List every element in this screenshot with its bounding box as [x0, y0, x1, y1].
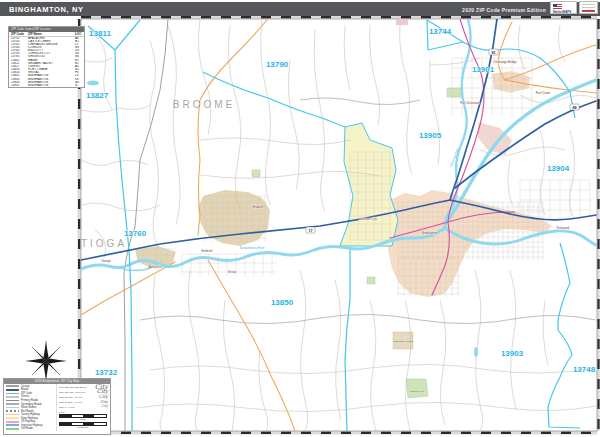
edition-badge: [579, 1, 598, 14]
map-legend: 2020 Binghamton, NY City Map CountyRoads…: [3, 378, 111, 435]
logo-text: MarketMAPS: [553, 10, 571, 14]
town-label: Port Dickinson: [460, 101, 480, 105]
legend-item: Toll Roads: [6, 427, 56, 431]
page-title: BINGHAMTON, NY: [9, 5, 84, 14]
zip-label: 13905: [419, 131, 442, 140]
county-label-tioga: TIOGA: [81, 238, 127, 249]
route-shield-88: 88: [570, 104, 579, 110]
zip-label: 13904: [547, 164, 570, 173]
zip-index-table: ZIP Code Index/ZIP Locator ZIP Code ZIP …: [8, 26, 85, 88]
edition-label: 2020 ZIP Code Premium Edition: [462, 7, 546, 13]
zip-label: 13901: [472, 65, 495, 74]
town-label: Owego: [101, 259, 111, 263]
map-product-page: { "header": { "title": "BINGHAMTON, NY",…: [0, 0, 600, 437]
compass-rose-icon: [24, 339, 68, 383]
town-label: Apalachin: [148, 265, 162, 269]
zip-label: 13850: [271, 298, 294, 307]
zip-label: 13903: [501, 349, 524, 358]
lake: [87, 81, 99, 86]
zip-row: 13905BINGHAMTONI4: [9, 84, 84, 87]
pond: [474, 347, 478, 357]
park-ross: [406, 379, 428, 398]
zip-label: 13732: [95, 368, 118, 377]
county-label-broome: BROOME: [173, 99, 235, 110]
map-canvas: 17 81 88 BROOME TIOGA 13811 13827 13790 …: [0, 0, 600, 437]
svg-text:81: 81: [491, 51, 495, 55]
town-label: Chenango Bridge: [493, 60, 517, 64]
zone-pink-top: [396, 19, 408, 25]
zip-label: 13744: [429, 27, 452, 36]
svg-text:88: 88: [572, 106, 576, 110]
town-label: Endicott: [202, 249, 213, 253]
zip-label: 13760: [124, 229, 147, 238]
town-label: Port Crane: [536, 91, 551, 95]
zip-label: 13811: [89, 29, 111, 38]
route-shield-81: 81: [489, 49, 498, 55]
town-label: Johnson City: [359, 217, 377, 221]
svg-text:17: 17: [308, 229, 312, 233]
legend-population: Pop. 250,000 and aboveCityPop. 100,000 -…: [56, 384, 110, 431]
park-label: COUNTRY CLUB: [393, 340, 413, 343]
scale-bar-miles: 0 1 2 Miles: [59, 411, 108, 421]
zip-table-body: 13732APALACHINA613744CASTLE CREEKH113745…: [9, 37, 84, 88]
town-label: Kirkwood: [557, 226, 570, 230]
park-label: ROSS PARK: [410, 390, 425, 393]
marketmaps-logo: MarketMAPS: [550, 1, 577, 14]
population-row: Pop. 0 - 9,999City: [59, 405, 108, 410]
river-label: Susquehanna River: [240, 246, 266, 250]
legend-symbol-list: CountyRoadsZIP CodeStreetsPrimary RoadsS…: [4, 384, 56, 431]
zip-label: 13790: [266, 60, 289, 69]
zip-label: 13827: [86, 91, 109, 100]
page-header: BINGHAMTON, NY 2020 ZIP Code Premium Edi…: [0, 2, 600, 16]
town-label: Vestal: [228, 270, 237, 274]
scale-bar-km: Kilometers: [59, 422, 108, 429]
town-label: Binghamton: [422, 231, 438, 235]
town-label: Endwell: [253, 205, 264, 209]
zip-label: 13748: [573, 365, 596, 374]
route-shield-17: 17: [306, 227, 315, 233]
